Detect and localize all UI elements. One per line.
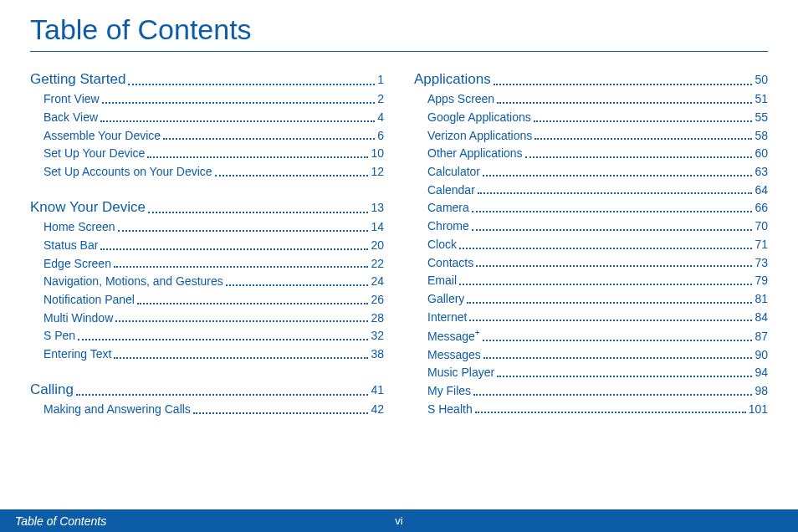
toc-leader (102, 102, 376, 104)
toc-item-label: Entering Text (43, 345, 111, 364)
toc-item[interactable]: Entering Text38 (30, 345, 384, 364)
toc-section-head[interactable]: Applications50 (414, 69, 768, 90)
toc-leader (114, 266, 368, 268)
toc-leader (535, 138, 752, 140)
toc-item[interactable]: Status Bar20 (30, 237, 384, 255)
toc-item[interactable]: Messages90 (414, 346, 768, 365)
toc-item[interactable]: Clock71 (414, 236, 768, 254)
toc-item[interactable]: Notification Panel26 (30, 291, 384, 309)
toc-item-page: 28 (371, 309, 384, 328)
toc-item[interactable]: Making and Answering Calls42 (30, 401, 384, 419)
toc-leader (472, 211, 753, 212)
toc-item-page: 84 (755, 309, 768, 327)
toc-leader (483, 340, 753, 341)
toc-column-right: Applications50Apps Screen51Google Applic… (414, 69, 768, 434)
toc-item[interactable]: Email79 (414, 272, 768, 290)
toc-item-page: 98 (755, 382, 768, 401)
toc-leader (128, 84, 375, 85)
page-title: Table of Contents (30, 13, 768, 52)
toc-leader (476, 265, 752, 267)
toc-item-label: Notification Panel (43, 291, 135, 309)
toc-leader (215, 175, 369, 176)
toc-item[interactable]: Apps Screen51 (414, 90, 768, 109)
toc-item-label: Contacts (427, 254, 473, 273)
toc-item[interactable]: Navigation, Motions, and Gestures24 (30, 273, 384, 291)
toc-item[interactable]: Chrome70 (414, 217, 768, 236)
toc-item[interactable]: Google Applications55 (414, 109, 768, 127)
toc-item-label: Camera (427, 199, 469, 217)
toc-leader (483, 357, 753, 359)
toc-leader (483, 175, 752, 176)
toc-item-page: 22 (371, 255, 384, 274)
toc-item[interactable]: Other Applications60 (414, 145, 768, 163)
toc-leader (459, 284, 752, 285)
toc-item[interactable]: Back View4 (30, 109, 384, 127)
toc-item-label: S Pen (43, 327, 75, 345)
page-body: Table of Contents Getting Started1Front … (0, 0, 798, 434)
toc-section-label: Calling (30, 379, 74, 401)
toc-item[interactable]: Edge Screen22 (30, 255, 384, 274)
toc-leader (78, 339, 368, 340)
toc-item-page: 55 (755, 109, 768, 127)
toc-item-page: 66 (755, 199, 768, 217)
toc-item-page: 12 (371, 163, 384, 182)
toc-item[interactable]: S Pen32 (30, 327, 384, 345)
toc-item[interactable]: Assemble Your Device6 (30, 127, 384, 146)
toc-item[interactable]: Internet84 (414, 309, 768, 327)
toc-item-label: Calendar (427, 182, 475, 200)
toc-item-page: 26 (371, 291, 384, 309)
toc-leader (478, 192, 753, 194)
toc-item-page: 4 (377, 109, 384, 127)
toc-leader (525, 156, 753, 158)
toc-item-page: 20 (371, 237, 384, 255)
toc-item[interactable]: Verizon Applications58 (414, 127, 768, 146)
toc-columns: Getting Started1Front View2Back View4Ass… (30, 69, 768, 434)
toc-item-label: Front View (43, 90, 100, 109)
toc-item-label: Calculator (427, 163, 480, 182)
toc-item[interactable]: Set Up Your Device10 (30, 145, 384, 163)
toc-leader (137, 303, 368, 304)
toc-item[interactable]: Gallery81 (414, 290, 768, 309)
toc-item[interactable]: Set Up Accounts on Your Device12 (30, 163, 384, 182)
toc-item[interactable]: Contacts73 (414, 254, 768, 273)
toc-section-head[interactable]: Know Your Device13 (30, 197, 384, 218)
toc-item[interactable]: S Health101 (414, 401, 768, 419)
toc-item[interactable]: Music Player94 (414, 364, 768, 382)
toc-section-head[interactable]: Calling41 (30, 379, 384, 401)
toc-leader (100, 120, 375, 122)
toc-leader (148, 212, 368, 213)
page-footer: Table of Contents vi (0, 509, 798, 532)
toc-leader (467, 302, 752, 304)
toc-item[interactable]: Multi Window28 (30, 309, 384, 328)
toc-item-page: 101 (749, 401, 768, 419)
toc-section-head[interactable]: Getting Started1 (30, 69, 384, 90)
toc-leader (475, 412, 746, 413)
toc-item[interactable]: Front View2 (30, 90, 384, 109)
toc-section-label: Applications (414, 69, 491, 90)
toc-leader (226, 284, 369, 286)
toc-section-label: Know Your Device (30, 197, 146, 218)
toc-item[interactable]: My Files98 (414, 382, 768, 401)
toc-item-page: 38 (371, 345, 384, 364)
toc-item-label: Set Up Accounts on Your Device (43, 163, 212, 182)
toc-item-page: 73 (755, 254, 768, 273)
toc-item-page: 24 (371, 273, 384, 291)
toc-item[interactable]: Calculator63 (414, 163, 768, 182)
toc-item-label: S Health (427, 401, 473, 419)
toc-item[interactable]: Message+87 (414, 326, 768, 345)
toc-section-page: 1 (377, 71, 384, 90)
toc-item-page: 87 (755, 328, 768, 346)
toc-item[interactable]: Camera66 (414, 199, 768, 217)
toc-item-label: Set Up Your Device (43, 145, 145, 163)
toc-section: Getting Started1Front View2Back View4Ass… (30, 69, 384, 182)
toc-item[interactable]: Home Screen14 (30, 218, 384, 237)
toc-section: Know Your Device13Home Screen14Status Ba… (30, 197, 384, 364)
toc-leader (459, 248, 752, 249)
toc-section: Calling41Making and Answering Calls42 (30, 379, 384, 419)
toc-leader (193, 412, 369, 414)
toc-item-label: Internet (427, 309, 467, 327)
toc-item-label: Music Player (427, 364, 494, 382)
toc-item-page: 10 (371, 145, 384, 163)
toc-item[interactable]: Calendar64 (414, 182, 768, 200)
toc-item-page: 71 (755, 236, 768, 254)
